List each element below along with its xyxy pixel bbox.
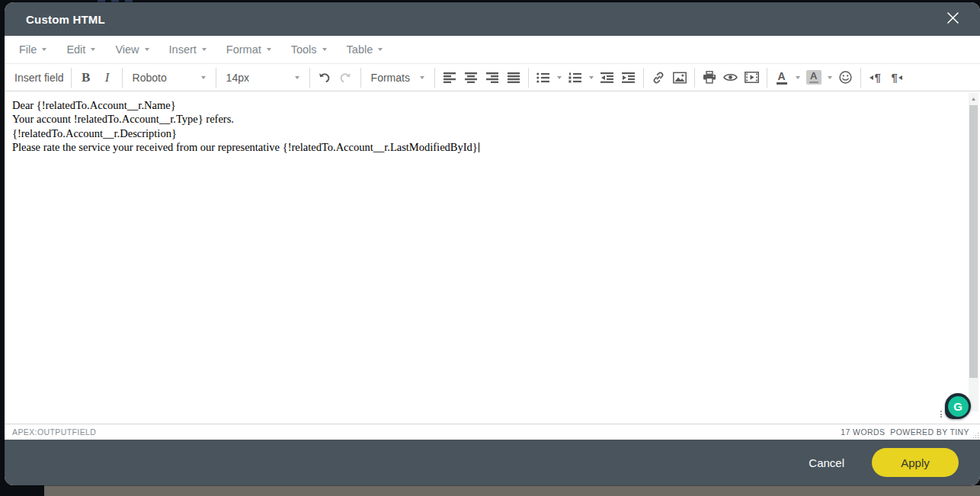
scrollbar-thumb[interactable] [969,105,978,378]
chevron-down-icon [91,48,95,51]
text-color-caret[interactable] [793,68,803,88]
menu-view[interactable]: View [105,36,159,63]
eye-icon [723,72,738,82]
align-left-button[interactable] [439,68,460,88]
insert-link-button[interactable] [648,68,669,88]
formats-select[interactable]: Formats [365,68,431,88]
editor-line: Please rate the service your received fr… [12,140,959,154]
menu-file[interactable]: File [9,36,56,63]
background-color-icon: A [806,70,821,85]
menu-format[interactable]: Format [216,36,281,63]
menu-edit[interactable]: Edit [56,36,105,63]
close-button[interactable] [942,8,963,30]
scrollbar-up-arrow[interactable]: ▲ [969,93,978,104]
bold-button[interactable]: B [75,68,97,88]
align-left-icon [444,72,456,83]
editor-toolbar: Insert field B I Roboto 14px [5,64,980,91]
smiley-icon [839,71,852,84]
print-button[interactable] [699,68,720,88]
text-color-button[interactable]: A [771,68,793,88]
page-behind-strip [44,485,980,496]
italic-icon: I [105,70,110,85]
chevron-down-icon [42,48,46,51]
redo-icon [339,72,352,83]
editor-menubar: File Edit View Insert Format Tools Table [5,36,980,64]
custom-html-modal: Custom HTML File Edit View Insert Format… [5,2,980,485]
outdent-icon [600,72,613,83]
background-color-caret[interactable] [825,68,835,88]
align-center-icon [465,72,477,83]
grammarly-icon: G [948,396,969,417]
numbered-list-button[interactable] [565,68,586,88]
chevron-down-icon [145,48,149,51]
chevron-down-icon [589,76,594,79]
bold-icon: B [82,70,90,85]
editor-line: Your account !relatedTo.Account__r.Type}… [12,112,959,126]
insert-image-button[interactable] [669,68,690,88]
bullet-list-caret[interactable] [554,68,565,88]
modal-title: Custom HTML [26,13,105,26]
word-count: 17 WORDS [841,427,885,437]
numbered-list-caret[interactable] [586,68,597,88]
chevron-down-icon [420,76,424,79]
outdent-button[interactable] [597,68,618,88]
align-right-button[interactable] [482,68,503,88]
text-color-icon: A [777,71,787,85]
insert-field-button[interactable]: Insert field [11,68,67,88]
grammarly-drag-dots [940,411,942,418]
chevron-down-icon [295,76,299,79]
insert-media-button[interactable] [741,68,763,88]
editor-area: Dear {!relatedTo.Account__r.Name} Your a… [5,91,980,424]
modal-titlebar: Custom HTML [5,2,980,36]
indent-button[interactable] [618,68,639,88]
numbered-list-icon [568,72,581,83]
chevron-down-icon [378,48,383,51]
chevron-down-icon [796,76,800,79]
powered-by-tiny-link[interactable]: POWERED BY TINY [890,427,969,437]
rtl-icon: ¶ [891,71,902,84]
editor-line: Dear {!relatedTo.Account__r.Name} [12,98,959,112]
text-cursor [479,142,479,152]
apply-button[interactable]: Apply [872,448,959,477]
redo-button[interactable] [335,68,357,88]
indent-icon [622,72,635,83]
editor-scrollbar[interactable]: ▲ [969,93,978,411]
rtl-button[interactable]: ¶ [886,68,908,88]
link-icon [652,71,665,85]
editor-statusbar: APEX:OUTPUTFIELD 17 WORDS POWERED BY TIN… [5,424,980,440]
modal-footer: Cancel Apply [5,440,980,485]
font-size-select[interactable]: 14px [220,68,306,88]
rich-text-content[interactable]: Dear {!relatedTo.Account__r.Name} Your a… [5,91,966,424]
chevron-down-icon [267,48,271,51]
chevron-down-icon [202,48,207,51]
background-color-button[interactable]: A [803,68,825,88]
italic-button[interactable]: I [97,68,118,88]
preview-button[interactable] [720,68,741,88]
font-family-select[interactable]: Roboto [127,68,212,88]
undo-button[interactable] [314,68,335,88]
menu-insert[interactable]: Insert [159,36,216,63]
chevron-down-icon [828,76,832,79]
editor-line: {!relatedTo.Account__r.Description} [12,126,959,140]
ltr-icon: ¶ [870,71,880,84]
close-icon [946,11,959,27]
chevron-down-icon [557,76,562,79]
bullet-list-button[interactable] [533,68,554,88]
resize-handle[interactable] [972,431,978,438]
cancel-button[interactable]: Cancel [801,450,852,475]
chevron-down-icon [322,48,327,51]
menu-tools[interactable]: Tools [281,36,337,63]
menu-table[interactable]: Table [337,36,393,63]
align-right-icon [486,72,498,83]
grammarly-badge[interactable]: G [945,393,971,419]
emoticons-button[interactable] [835,68,857,88]
bullet-list-icon [536,72,549,83]
image-icon [673,72,687,84]
undo-icon [318,72,331,83]
align-justify-button[interactable] [503,68,524,88]
element-path[interactable]: APEX:OUTPUTFIELD [12,427,96,437]
print-icon [703,71,716,84]
media-icon [745,72,759,83]
ltr-button[interactable]: ¶ [865,68,886,88]
align-center-button[interactable] [460,68,482,88]
